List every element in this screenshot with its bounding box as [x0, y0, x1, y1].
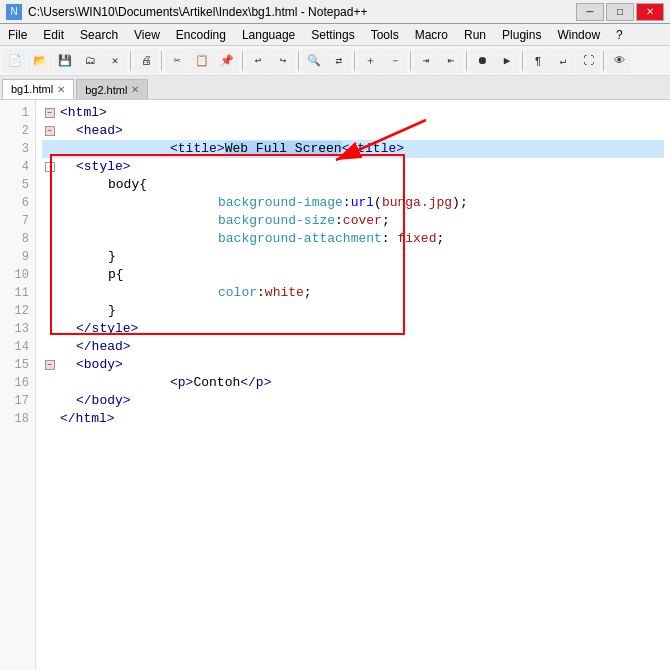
menu-edit[interactable]: Edit: [35, 24, 72, 45]
line-17-content: </body>: [76, 392, 131, 410]
zoom-out-button[interactable]: －: [383, 49, 407, 73]
copy-button[interactable]: 📋: [190, 49, 214, 73]
menu-tools[interactable]: Tools: [363, 24, 407, 45]
save-all-button[interactable]: 🗂: [78, 49, 102, 73]
line-10-content: p{: [108, 266, 124, 284]
tab-bg1-label: bg1.html: [11, 83, 53, 95]
line-1-content: <html>: [60, 104, 107, 122]
toolbar-sep-3: [242, 51, 243, 71]
view-all-chars-button[interactable]: ¶: [526, 49, 550, 73]
menu-settings[interactable]: Settings: [303, 24, 362, 45]
toolbar-sep-9: [603, 51, 604, 71]
line-18-content: </html>: [60, 410, 115, 428]
line-11-content: color:white;: [140, 266, 312, 320]
menu-plugins[interactable]: Plugins: [494, 24, 549, 45]
tab-bar: bg1.html ✕ bg2.html ✕: [0, 76, 670, 100]
window-controls: ─ □ ✕: [576, 3, 664, 21]
zoom-in-button[interactable]: ＋: [358, 49, 382, 73]
toolbar-sep-6: [410, 51, 411, 71]
code-line-8: background-attachment: fixed;: [42, 230, 664, 248]
editor-body: 1 2 3 4 5 6 7 8 9 10 11 12 13 14 15 16 1…: [0, 100, 670, 670]
menu-macro[interactable]: Macro: [407, 24, 456, 45]
word-wrap-button[interactable]: ↵: [551, 49, 575, 73]
menu-help[interactable]: ?: [608, 24, 631, 45]
code-line-1: − <html>: [42, 104, 664, 122]
undo-button[interactable]: ↩: [246, 49, 270, 73]
code-line-12: }: [42, 302, 664, 320]
tab-bg1[interactable]: bg1.html ✕: [2, 79, 74, 99]
toolbar-sep-4: [298, 51, 299, 71]
open-button[interactable]: 📂: [28, 49, 52, 73]
line-3-content: <title>Web Full Screen</title>: [92, 122, 404, 176]
menu-language[interactable]: Language: [234, 24, 303, 45]
tab-bg2-label: bg2.html: [85, 84, 127, 96]
menu-search[interactable]: Search: [72, 24, 126, 45]
title-bar: N C:\Users\WIN10\Documents\Artikel\Index…: [0, 0, 670, 24]
toolbar-sep-5: [354, 51, 355, 71]
menu-bar: File Edit Search View Encoding Language …: [0, 24, 670, 46]
toolbar-sep-8: [522, 51, 523, 71]
redo-button[interactable]: ↪: [271, 49, 295, 73]
code-line-14: </head>: [42, 338, 664, 356]
line-8-content: background-attachment: fixed;: [140, 212, 444, 266]
macro-record-button[interactable]: ⏺: [470, 49, 494, 73]
tab-bg2-close[interactable]: ✕: [131, 84, 139, 95]
code-line-16: <p>Contoh</p>: [42, 374, 664, 392]
tab-bg1-close[interactable]: ✕: [57, 84, 65, 95]
app-window: N C:\Users\WIN10\Documents\Artikel\Index…: [0, 0, 670, 670]
menu-encoding[interactable]: Encoding: [168, 24, 234, 45]
line-marker-2: −: [42, 126, 58, 136]
cut-button[interactable]: ✂: [165, 49, 189, 73]
line-marker-4: ·: [42, 162, 58, 172]
close-button[interactable]: ✕: [636, 3, 664, 21]
save-button[interactable]: 💾: [53, 49, 77, 73]
toolbar-sep-2: [161, 51, 162, 71]
line-numbers: 1 2 3 4 5 6 7 8 9 10 11 12 13 14 15 16 1…: [0, 100, 36, 670]
indent-button[interactable]: ⇥: [414, 49, 438, 73]
title-bar-text: C:\Users\WIN10\Documents\Artikel\Index\b…: [28, 5, 570, 19]
minimize-button[interactable]: ─: [576, 3, 604, 21]
fullscreen-button[interactable]: ⛶: [576, 49, 600, 73]
menu-view[interactable]: View: [126, 24, 168, 45]
code-line-10: p{: [42, 266, 664, 284]
menu-run[interactable]: Run: [456, 24, 494, 45]
tab-bg2[interactable]: bg2.html ✕: [76, 79, 148, 99]
code-line-3: <title>Web Full Screen</title>: [42, 140, 664, 158]
toolbar-sep-1: [130, 51, 131, 71]
close-button2[interactable]: ✕: [103, 49, 127, 73]
line-13-content: </style>: [76, 320, 138, 338]
paste-button[interactable]: 📌: [215, 49, 239, 73]
menu-file[interactable]: File: [0, 24, 35, 45]
find-replace-button[interactable]: ⇄: [327, 49, 351, 73]
unindent-button[interactable]: ⇤: [439, 49, 463, 73]
toolbar-sep-7: [466, 51, 467, 71]
toolbar: 📄 📂 💾 🗂 ✕ 🖨 ✂ 📋 📌 ↩ ↪ 🔍 ⇄ ＋ － ⇥ ⇤ ⏺ ▶ ¶ …: [0, 46, 670, 76]
line-4-content: <style>: [76, 158, 131, 176]
new-button[interactable]: 📄: [3, 49, 27, 73]
line-14-content: </head>: [76, 338, 131, 356]
line-12-content: }: [108, 302, 116, 320]
code-line-11: color:white;: [42, 284, 664, 302]
find-button[interactable]: 🔍: [302, 49, 326, 73]
app-icon: N: [6, 4, 22, 20]
code-editor[interactable]: − <html> − <head> <title>Web Full Screen…: [36, 100, 670, 670]
line-marker-15: −: [42, 360, 58, 370]
line-9-content: }: [108, 248, 116, 266]
menu-window[interactable]: Window: [549, 24, 608, 45]
code-line-18: </html>: [42, 410, 664, 428]
macro-play-button[interactable]: ▶: [495, 49, 519, 73]
maximize-button[interactable]: □: [606, 3, 634, 21]
code-line-13: </style>: [42, 320, 664, 338]
print-button[interactable]: 🖨: [134, 49, 158, 73]
line-marker-1: −: [42, 108, 58, 118]
eye-button[interactable]: 👁: [607, 49, 631, 73]
